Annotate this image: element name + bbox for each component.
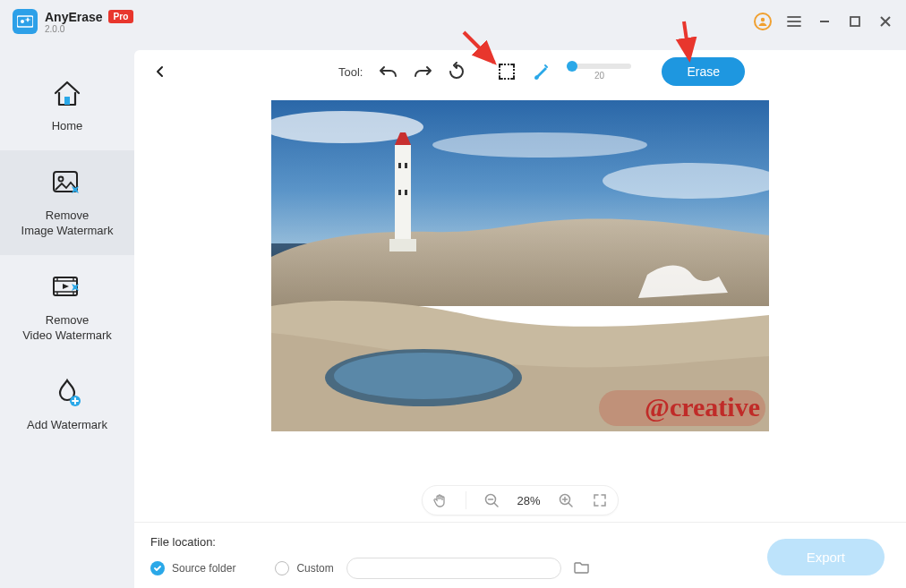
pan-hand-icon[interactable] (432, 491, 449, 509)
loaded-image: @creative (271, 100, 769, 431)
canvas-area: Tool: 20 Erase (134, 50, 906, 588)
browse-folder-icon[interactable] (574, 560, 590, 576)
radio-custom[interactable]: Custom (275, 561, 333, 575)
app-title-block: AnyErase Pro 2.0.0 (45, 10, 133, 34)
sidebar-item-label: Home (52, 118, 83, 134)
svg-rect-0 (17, 16, 33, 27)
svg-point-15 (334, 353, 513, 399)
svg-rect-4 (64, 97, 70, 105)
titlebar: AnyErase Pro 2.0.0 (0, 0, 906, 43)
add-watermark-icon (50, 376, 84, 410)
profile-icon[interactable] (754, 13, 772, 30)
reset-button[interactable] (443, 58, 470, 85)
watermark-text: @creative (645, 392, 760, 422)
brush-size-value: 20 (594, 71, 604, 81)
zoom-out-button[interactable] (483, 491, 500, 509)
image-viewport[interactable]: @creative (134, 93, 906, 479)
svg-point-6 (59, 176, 64, 181)
svg-rect-22 (405, 190, 407, 195)
window-controls (754, 13, 893, 30)
pro-badge: Pro (108, 10, 134, 23)
image-watermark-icon (50, 166, 84, 200)
radio-custom-label: Custom (296, 562, 333, 575)
brush-tool-button[interactable] (527, 58, 554, 85)
zoom-percent: 28% (517, 494, 540, 507)
sidebar-item-remove-video-watermark[interactable]: Remove Video Watermark (0, 255, 134, 360)
svg-point-11 (432, 132, 647, 158)
svg-rect-16 (395, 145, 411, 243)
svg-point-2 (761, 18, 765, 21)
maximize-icon[interactable] (847, 13, 863, 30)
radio-source-folder[interactable]: Source folder (150, 561, 235, 575)
video-watermark-icon (50, 271, 84, 305)
svg-point-1 (21, 20, 24, 23)
sidebar-item-label: Add Watermark (27, 417, 107, 433)
svg-rect-19 (398, 163, 401, 168)
erase-button[interactable]: Erase (662, 57, 745, 86)
home-icon (50, 77, 84, 111)
sidebar-item-remove-image-watermark[interactable]: Remove Image Watermark (0, 150, 134, 255)
sidebar-item-add-watermark[interactable]: Add Watermark (0, 360, 134, 449)
back-button[interactable] (150, 62, 170, 81)
minimize-icon[interactable] (816, 13, 833, 30)
sidebar-item-label: Remove Video Watermark (22, 312, 112, 344)
svg-rect-3 (850, 17, 859, 26)
menu-icon[interactable] (786, 13, 802, 30)
app-logo-icon (13, 9, 38, 34)
undo-button[interactable] (375, 58, 402, 85)
svg-rect-18 (389, 239, 416, 251)
export-button[interactable]: Export (767, 539, 885, 575)
fullscreen-button[interactable] (591, 491, 609, 509)
custom-path-input[interactable] (346, 558, 561, 579)
app-name: AnyErase (45, 10, 103, 24)
close-icon[interactable] (877, 13, 893, 30)
footer: File location: Source folder Custom Expo… (134, 522, 906, 588)
zoom-in-button[interactable] (557, 491, 575, 509)
sidebar-item-label: Remove Image Watermark (21, 208, 114, 239)
sidebar: Home Remove Image Watermark Remove Video… (0, 43, 134, 588)
svg-rect-21 (398, 190, 401, 195)
redo-button[interactable] (409, 58, 436, 85)
zoom-bar: 28% (134, 479, 906, 522)
sidebar-item-home[interactable]: Home (0, 61, 134, 150)
brush-size-slider[interactable]: 20 (567, 64, 631, 81)
svg-rect-20 (405, 163, 407, 168)
app-version: 2.0.0 (45, 24, 133, 34)
selection-tool-button[interactable] (493, 58, 520, 85)
tool-label: Tool: (338, 65, 363, 79)
toolbar: Tool: 20 Erase (134, 50, 906, 93)
radio-source-label: Source folder (172, 562, 235, 575)
